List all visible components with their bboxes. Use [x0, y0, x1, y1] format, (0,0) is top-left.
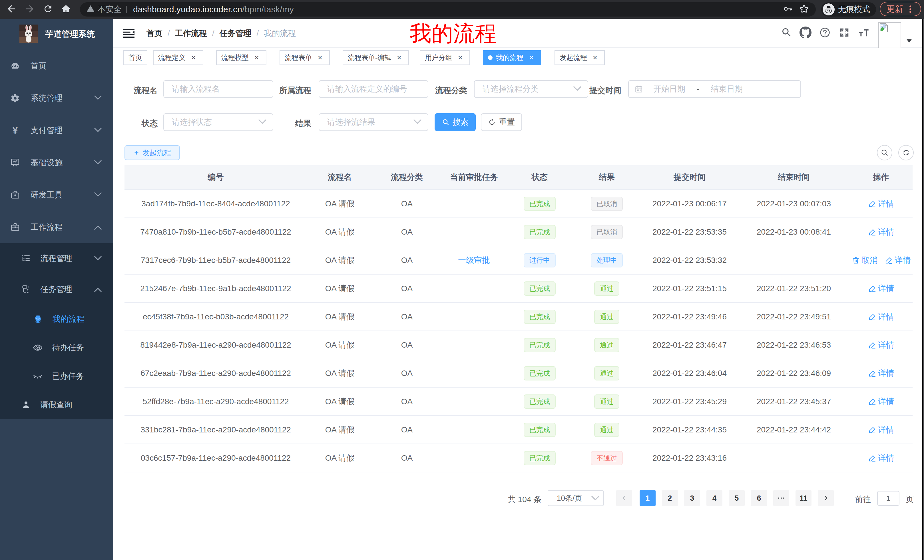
browser-forward-button[interactable]: [24, 3, 35, 15]
user-icon: [21, 400, 31, 410]
detail-button[interactable]: 详情: [868, 396, 894, 407]
logo[interactable]: 芋道管理系统: [0, 19, 113, 49]
process-name-input[interactable]: 请输入流程名: [164, 80, 273, 98]
detail-button[interactable]: 详情: [868, 368, 894, 379]
browser-back-button[interactable]: [6, 3, 17, 15]
process-table: 编号 流程名 流程分类 当前审批任务 状态 结果 提交时间 结束时间 操作 3a…: [124, 165, 913, 472]
sidebar-item-0[interactable]: 首页: [0, 49, 113, 82]
breadcrumb-item[interactable]: 任务管理: [220, 28, 252, 39]
breadcrumb-separator: /: [168, 29, 170, 38]
sidebar-task-item-2[interactable]: 已办任务: [0, 362, 113, 391]
cell-end-time: 2022-01-22 23:44:42: [738, 416, 849, 443]
result-select[interactable]: 请选择流结果: [319, 113, 428, 131]
close-icon[interactable]: ×: [394, 53, 404, 62]
detail-button[interactable]: 详情: [868, 227, 894, 238]
cell-current-task: [441, 388, 507, 415]
sidebar-task-item-1[interactable]: 待办任务: [0, 333, 113, 362]
user-caret-down-icon[interactable]: [906, 39, 912, 44]
sidebar-item-leave-query[interactable]: 请假查询: [0, 391, 113, 419]
detail-button[interactable]: 详情: [868, 424, 894, 435]
sidebar-task-item-0[interactable]: 我的流程: [0, 305, 113, 333]
github-icon[interactable]: [800, 27, 812, 40]
page-button-5[interactable]: 5: [729, 490, 745, 506]
toggle-search-button[interactable]: [877, 145, 892, 160]
hamburger-icon[interactable]: [123, 28, 135, 40]
current-task-link[interactable]: 一级审批: [458, 255, 490, 266]
breadcrumb-item[interactable]: 工作流程: [175, 28, 207, 39]
tab-2[interactable]: 流程模型×: [216, 50, 266, 65]
reset-button[interactable]: 重置: [481, 113, 522, 131]
cell-submit-time: 2022-01-22 23:45:29: [641, 388, 738, 415]
cell-end-time: 2022-01-22 23:46:53: [738, 331, 849, 359]
sidebar-subitem-1[interactable]: 任务管理: [0, 274, 113, 305]
cancel-button[interactable]: 取消: [852, 255, 878, 266]
search-icon[interactable]: [781, 27, 792, 39]
refresh-table-button[interactable]: [898, 145, 914, 160]
detail-button[interactable]: 详情: [868, 311, 894, 322]
detail-button[interactable]: 详情: [868, 198, 894, 209]
key-icon[interactable]: [783, 4, 793, 15]
breadcrumb-item[interactable]: 首页: [147, 28, 162, 39]
browser-reload-button[interactable]: [43, 4, 53, 15]
detail-button[interactable]: 详情: [868, 453, 894, 464]
more-pages-button[interactable]: [773, 490, 789, 506]
process-definition-input[interactable]: 请输入流程定义的编号: [319, 80, 428, 98]
close-icon[interactable]: ×: [252, 53, 261, 62]
category-select[interactable]: 请选择流程分类: [474, 80, 588, 98]
browser-update-button[interactable]: 更新: [880, 2, 921, 16]
tab-5[interactable]: 用户分组×: [420, 50, 470, 65]
submit-time-range-picker[interactable]: 开始日期 - 结束日期: [628, 80, 801, 98]
sidebar-item-5[interactable]: 工作流程: [0, 211, 113, 243]
sidebar-item-4[interactable]: 研发工具: [0, 179, 113, 211]
chevron-up-icon: [94, 225, 102, 230]
navbar: 首页/工作流程/任务管理/我的流程: [113, 19, 924, 48]
browser-home-button[interactable]: [61, 4, 71, 15]
detail-button[interactable]: 详情: [885, 255, 911, 266]
create-process-button[interactable]: 发起流程: [124, 145, 180, 160]
status-select[interactable]: 请选择状态: [164, 113, 273, 131]
column-header-3: 当前审批任务: [441, 165, 507, 189]
tab-1[interactable]: 流程定义×: [153, 50, 203, 65]
next-page-button[interactable]: [818, 490, 834, 506]
detail-button[interactable]: 详情: [868, 340, 894, 350]
close-icon[interactable]: ×: [456, 53, 465, 62]
close-icon[interactable]: ×: [591, 53, 600, 62]
sidebar-subitem-0[interactable]: 流程管理: [0, 243, 113, 274]
goto-page-input[interactable]: 1: [877, 491, 900, 506]
page-button-6[interactable]: 6: [751, 490, 767, 506]
page-button-3[interactable]: 3: [684, 490, 700, 506]
page-button-2[interactable]: 2: [662, 490, 678, 506]
cell-operations: 详情: [849, 416, 913, 443]
prev-page-button[interactable]: [616, 490, 632, 506]
cell-submit-time: 2022-01-22 23:43:16: [641, 444, 738, 472]
close-icon[interactable]: ×: [189, 53, 198, 62]
address-bar[interactable]: 不安全 dashboard.yudao.iocoder.cn/bpm/task/…: [80, 2, 816, 16]
tab-4[interactable]: 流程表单-编辑×: [343, 50, 409, 65]
tab-3[interactable]: 流程表单×: [279, 50, 330, 65]
search-button[interactable]: 搜索: [435, 113, 476, 131]
tab-6[interactable]: 我的流程×: [483, 50, 541, 65]
close-icon[interactable]: ×: [315, 53, 325, 62]
font-size-icon[interactable]: [858, 27, 870, 39]
browser-menu-icon[interactable]: [906, 4, 915, 14]
detail-button[interactable]: 详情: [868, 283, 894, 294]
table-header: 编号 流程名 流程分类 当前审批任务 状态 结果 提交时间 结束时间 操作: [124, 165, 913, 190]
avatar[interactable]: [878, 22, 901, 52]
cell-id: 67c2eaab-7b9a-11ec-a290-acde48001122: [124, 359, 307, 387]
edit-icon: [868, 199, 877, 208]
cell-result: 通过: [573, 359, 641, 387]
page-button-11[interactable]: 11: [795, 490, 812, 506]
page-button-1[interactable]: 1: [640, 490, 656, 506]
page-size-select[interactable]: 10条/页: [548, 490, 604, 506]
help-icon[interactable]: [819, 27, 831, 39]
sidebar-item-1[interactable]: 系统管理: [0, 82, 113, 114]
page-button-4[interactable]: 4: [706, 490, 722, 506]
cell-current-task: [441, 444, 507, 472]
bookmark-star-icon[interactable]: [799, 4, 809, 15]
tab-0[interactable]: 首页: [123, 50, 147, 65]
sidebar-item-2[interactable]: ¥支付管理: [0, 114, 113, 147]
sidebar-item-3[interactable]: 基础设施: [0, 147, 113, 179]
tab-7[interactable]: 发起流程×: [555, 50, 605, 65]
fullscreen-icon[interactable]: [839, 27, 850, 39]
close-icon[interactable]: ×: [527, 53, 536, 62]
